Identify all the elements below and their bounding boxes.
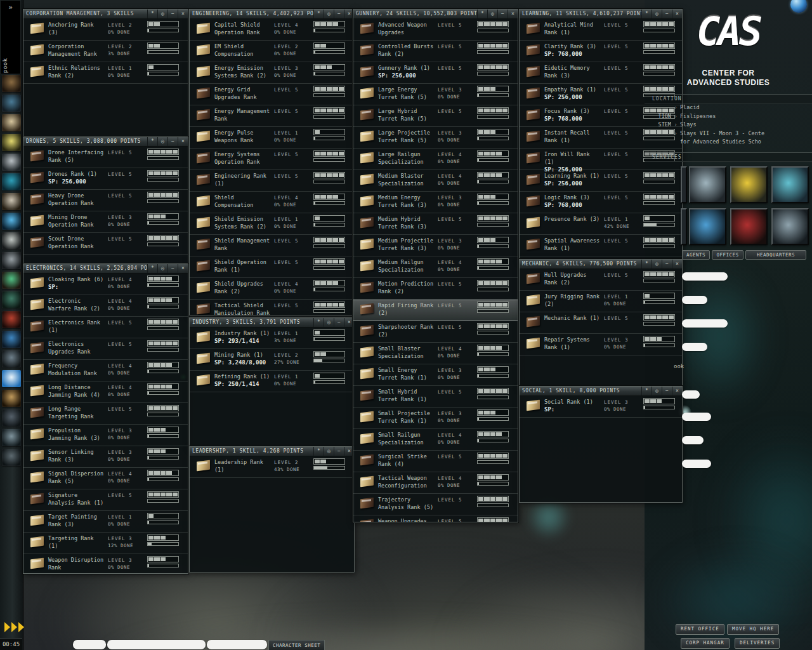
skill-row[interactable]: Sharpshooter Rank (2) LEVEL 5 <box>353 321 518 343</box>
skill-row[interactable]: Corporation Management Rank LEVEL 2 3% D… <box>23 41 188 62</box>
skill-row[interactable]: Large Energy Turret Rank (5) LEVEL 3 0% … <box>353 84 518 105</box>
window-titlebar[interactable]: INDUSTRY, 3 SKILLS, 3,791 POINTS * ◎ − × <box>190 318 354 328</box>
window-titlebar[interactable]: CORPORATION MANAGEMENT, 3 SKILLS * ◎ − × <box>23 10 188 19</box>
skill-row[interactable]: Small Hybrid Turret Rank (1) LEVEL 5 <box>353 386 518 408</box>
compact-icon[interactable]: ◎ <box>324 10 334 18</box>
rent-office-button[interactable]: RENT OFFICE <box>676 624 724 635</box>
skill-row[interactable]: Drones Rank (1) SP: 256,000 LEVEL 5 <box>23 168 188 190</box>
skill-row[interactable]: Long Range Targeting Rank LEVEL 5 <box>23 403 188 425</box>
compact-icon[interactable]: ◎ <box>324 447 334 456</box>
journal-icon[interactable] <box>2 193 21 210</box>
expand-menu-icon[interactable]: » <box>1 3 20 11</box>
skill-row[interactable]: Large Hybrid Turret Rank (5) LEVEL 5 <box>353 105 518 127</box>
skill-row[interactable]: Electronic Warfare Rank (2) LEVEL 4 0% D… <box>23 295 188 317</box>
fleet-icon[interactable] <box>2 409 21 427</box>
skill-row[interactable]: Shield Upgrades Rank (2) LEVEL 4 0% DONE <box>190 278 354 300</box>
skill-row[interactable]: Anchoring Rank (3) LEVEL 2 0% DONE <box>23 19 188 41</box>
skill-row[interactable]: Signature Analysis Rank (1) LEVEL 5 <box>23 489 188 511</box>
pin-icon[interactable]: * <box>313 10 324 18</box>
location-value[interactable]: Slays <box>680 121 697 129</box>
log-off-icon[interactable] <box>2 311 21 328</box>
move-hq-here-button[interactable]: MOVE HQ HERE <box>727 624 779 635</box>
minimize-icon[interactable]: − <box>167 137 178 146</box>
tab-agents[interactable]: AGENTS <box>682 250 710 260</box>
skill-row[interactable]: Rapid Firing Rank (2) LEVEL 5 <box>353 300 518 321</box>
pin-icon[interactable]: * <box>147 10 157 18</box>
skill-row[interactable]: Trajectory Analysis Rank (5) LEVEL 5 <box>353 494 518 515</box>
wallet-icon[interactable] <box>2 272 21 289</box>
close-icon[interactable]: × <box>178 264 188 273</box>
skill-row[interactable]: Tactical Shield Manipulation Rank LEVEL … <box>190 300 354 315</box>
skill-row[interactable]: Energy Emission Systems Rank (2) LEVEL 3… <box>190 62 354 84</box>
skill-row[interactable]: Shield Compensation LEVEL 4 0% DONE <box>190 192 354 213</box>
skill-row[interactable]: Engineering Rank (1) LEVEL 5 <box>190 170 354 192</box>
window-titlebar[interactable]: ELECTRONICS, 14 SKILLS, 2,526,894 POINTS… <box>23 264 188 274</box>
compact-icon[interactable]: ◎ <box>157 10 167 18</box>
people-groups-icon[interactable] <box>2 350 21 368</box>
skill-row[interactable]: Medium Projectile Turret Rank (3) LEVEL … <box>353 235 518 256</box>
skill-row[interactable]: Tactical Weapon Reconfiguration LEVEL 4 … <box>353 472 518 494</box>
science-and-industry-icon[interactable] <box>2 291 21 308</box>
skill-row[interactable]: Heavy Drone Operation Rank LEVEL 5 <box>23 190 188 211</box>
skill-row[interactable]: Signal Dispersion Rank (5) LEVEL 4 0% DO… <box>23 468 188 489</box>
minimize-icon[interactable]: − <box>334 10 344 18</box>
minimize-icon[interactable]: − <box>334 318 344 327</box>
service-cloning-tile[interactable] <box>771 166 809 203</box>
window-titlebar[interactable]: LEADERSHIP, 1 SKILL, 4,268 POINTS * ◎ − … <box>190 447 354 456</box>
skill-row[interactable]: EM Shield Compensation LEVEL 2 0% DONE <box>190 41 354 62</box>
skill-row[interactable]: Scout Drone Operation Rank LEVEL 5 <box>23 233 188 255</box>
minimize-icon[interactable]: − <box>167 10 178 18</box>
minimize-icon[interactable]: − <box>334 447 344 456</box>
skill-row[interactable]: Shield Emission Systems Rank (2) LEVEL 1… <box>190 213 354 235</box>
skill-row[interactable]: Medium Energy Turret Rank (3) LEVEL 3 0%… <box>353 192 518 213</box>
pin-icon[interactable]: * <box>477 10 487 18</box>
service-reprocessing-plant-tile[interactable] <box>730 166 768 203</box>
tab-offices[interactable]: OFFICES <box>712 250 743 260</box>
skill-row[interactable]: Weapon Upgrades Rank (2) LEVEL 5 <box>353 515 518 522</box>
tab-headquarters[interactable]: HEADQUARTERS <box>745 250 806 260</box>
close-icon[interactable]: × <box>508 10 518 18</box>
window-titlebar[interactable]: GUNNERY, 24 SKILLS, 10,552,803 POINTS * … <box>353 10 518 19</box>
skill-row[interactable]: Large Projectile Turret Rank (5) LEVEL 3… <box>353 127 518 149</box>
mail-icon[interactable] <box>2 114 21 131</box>
notepad-icon[interactable] <box>2 134 21 151</box>
skill-row[interactable]: Electronics Rank (1) LEVEL 5 <box>23 317 188 338</box>
skill-row[interactable]: Leadership Rank (1) LEVEL 2 43% DONE <box>190 456 354 478</box>
skill-row[interactable]: Motion Prediction Rank (2) LEVEL 5 <box>353 278 518 300</box>
character-sheet-taskbar-button[interactable]: CHARACTER SHEET <box>268 640 325 650</box>
skill-row[interactable]: Small Energy Turret Rank (1) LEVEL 3 0% … <box>353 364 518 386</box>
corp-hangar-button[interactable]: CORP HANGAR <box>681 638 730 649</box>
skill-row[interactable]: Cloaking Rank (6) SP: LEVEL 4 0% DONE <box>23 274 188 295</box>
pin-icon[interactable]: * <box>313 318 324 327</box>
skill-row[interactable]: Large Railgun Specialization LEVEL 4 0% … <box>353 149 518 170</box>
location-value[interactable]: Placid <box>680 103 700 112</box>
service-laboratory-tile[interactable] <box>689 208 726 245</box>
skill-row[interactable]: Advanced Weapon Upgrades LEVEL 5 <box>353 19 518 41</box>
minimize-icon[interactable]: − <box>167 264 178 273</box>
compact-icon[interactable]: ◎ <box>487 10 497 18</box>
skill-row[interactable]: Electronics Upgrades Rank LEVEL 5 <box>23 338 188 360</box>
skill-row[interactable]: Energy Pulse Weapons Rank LEVEL 1 0% DON… <box>190 127 354 149</box>
compact-icon[interactable]: ◎ <box>324 318 334 327</box>
skill-row[interactable]: Refining Rank (1) SP: 250/1,414 LEVEL 1 … <box>190 371 354 392</box>
info-icon[interactable] <box>2 370 21 387</box>
skill-row[interactable]: Energy Management Rank LEVEL 5 <box>190 105 354 127</box>
skill-row[interactable]: Medium Blaster Specialization LEVEL 4 0%… <box>353 170 518 192</box>
character-sheet-icon[interactable] <box>2 75 21 92</box>
window-titlebar[interactable]: DRONES, 5 SKILLS, 3,088,000 POINTS * ◎ −… <box>23 137 188 147</box>
skill-row[interactable]: Gunnery Rank (1) SP: 256,000 LEVEL 5 <box>353 62 518 84</box>
skill-row[interactable]: Capital Shield Operation Rank LEVEL 4 0%… <box>190 19 354 41</box>
compact-icon[interactable]: ◎ <box>157 264 167 273</box>
service-ship-fitting-tile[interactable] <box>771 208 809 245</box>
skill-row[interactable]: Propulsion Jamming Rank (3) LEVEL 3 0% D… <box>23 425 188 446</box>
items-hangar-icon[interactable] <box>2 449 21 466</box>
skill-row[interactable]: Small Railgun Specialization LEVEL 4 0% … <box>353 429 518 451</box>
location-value[interactable]: Fislipesnes <box>680 112 716 121</box>
standings-icon[interactable] <box>2 232 21 249</box>
close-icon[interactable]: × <box>178 10 188 18</box>
close-icon[interactable]: × <box>178 137 188 146</box>
skill-row[interactable]: Energy Grid Upgrades Rank LEVEL 5 <box>190 84 354 105</box>
star-map-icon[interactable] <box>2 213 21 230</box>
skill-row[interactable]: Industry Rank (1) SP: 293/1,414 LEVEL 1 … <box>190 328 354 349</box>
pin-icon[interactable]: * <box>147 264 157 273</box>
